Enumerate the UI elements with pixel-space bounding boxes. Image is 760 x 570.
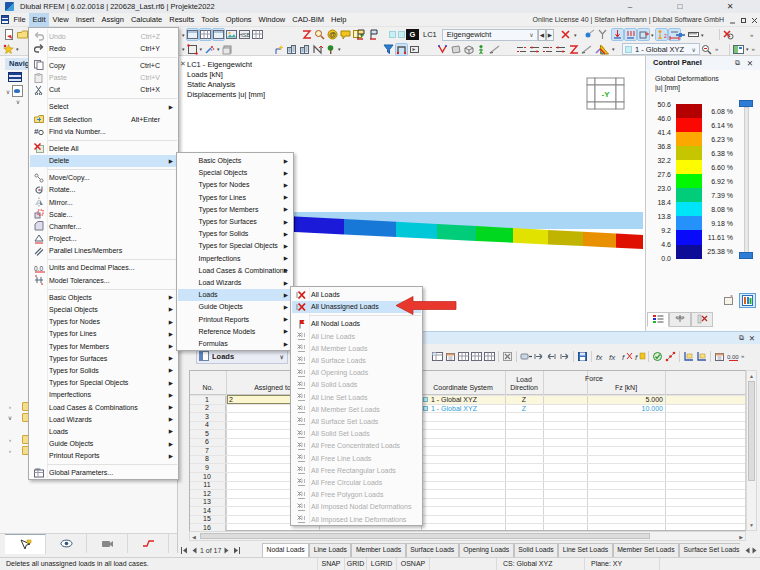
row-number[interactable]: 10 bbox=[190, 473, 224, 480]
navigator-tab-display[interactable] bbox=[46, 534, 87, 553]
menu-item-all-free-line-loads[interactable]: All Free Line Loads bbox=[292, 452, 421, 464]
smooth-icon[interactable] bbox=[581, 44, 592, 55]
table-tab-surface-set-loads[interactable]: Surface Set Loads bbox=[679, 543, 740, 557]
mdi-close-icon[interactable] bbox=[751, 17, 758, 24]
table-delete-icon[interactable] bbox=[502, 351, 513, 362]
menu-item-guide-objects[interactable]: Guide Objects▶ bbox=[178, 301, 293, 313]
menu-item-loads[interactable]: Loads▶ bbox=[178, 289, 293, 301]
new-model-icon[interactable] bbox=[4, 29, 15, 40]
menubar-item-assign[interactable]: Assign bbox=[98, 13, 128, 27]
row-number[interactable]: 16 bbox=[190, 524, 224, 531]
favorites-icon[interactable] bbox=[3, 44, 14, 55]
menu-item-delete-all[interactable]: Delete All bbox=[30, 142, 177, 154]
menubar-item-edit[interactable]: Edit bbox=[29, 13, 49, 27]
table-tool-icon-0[interactable] bbox=[432, 351, 443, 362]
row-number[interactable]: 9 bbox=[190, 464, 224, 471]
scrollbar-thumb[interactable] bbox=[200, 533, 650, 539]
menubar-item-options[interactable]: Options bbox=[222, 13, 255, 27]
menu-item-basic-objects[interactable]: Basic Objects▶ bbox=[30, 291, 177, 303]
toolbar-overflow-icon[interactable]: » bbox=[750, 32, 752, 38]
dropdown-arrow-icon[interactable]: ▾ bbox=[651, 32, 654, 38]
menu-item-all-loads[interactable]: All Loads bbox=[292, 289, 421, 301]
table-vertical-scrollbar[interactable]: ▲ ▼ bbox=[746, 370, 757, 531]
toolbar-overflow-icon[interactable]: » bbox=[715, 46, 717, 52]
navigator-tab-data[interactable] bbox=[5, 534, 46, 554]
menu-item-types-for-members[interactable]: Types for Members▶ bbox=[30, 340, 177, 352]
control-panel-close-icon[interactable]: ✕ bbox=[747, 59, 753, 68]
menu-item-load-cases-combinations[interactable]: Load Cases & Combinations▶ bbox=[178, 264, 293, 276]
menu-item-formulas[interactable]: Formulas▶ bbox=[178, 338, 293, 350]
menu-item-types-for-lines[interactable]: Types for Lines▶ bbox=[30, 328, 177, 340]
scroll-right-icon[interactable]: ▶ bbox=[739, 534, 743, 540]
menu-item-move-copy[interactable]: Move/Copy... bbox=[30, 172, 177, 184]
menu-item-printout-reports[interactable]: Printout Reports▶ bbox=[30, 450, 177, 462]
menu-item-load-wizards[interactable]: Load Wizards▶ bbox=[30, 413, 177, 425]
column-header-coordinate-system[interactable]: Coordinate System bbox=[421, 384, 505, 392]
interpolate-icon[interactable] bbox=[665, 351, 676, 362]
menu-item-all-line-set-loads[interactable]: All Line Set Loads bbox=[292, 391, 421, 403]
edit-load-case-icon[interactable] bbox=[369, 29, 380, 40]
row-number[interactable]: 5 bbox=[190, 430, 224, 437]
table-prev-icon[interactable] bbox=[546, 351, 557, 362]
scroll-left-icon[interactable]: ◀ bbox=[192, 534, 196, 540]
last-page-icon[interactable] bbox=[233, 547, 241, 554]
new-load-case-icon[interactable] bbox=[356, 29, 367, 40]
menu-item-guide-objects[interactable]: Guide Objects▶ bbox=[30, 438, 177, 450]
menu-item-imperfections[interactable]: Imperfections▶ bbox=[178, 252, 293, 264]
tree-expander-icon[interactable]: › bbox=[6, 448, 14, 454]
row-number[interactable]: 6 bbox=[190, 438, 224, 445]
table-horizontal-scrollbar[interactable]: ◀ ▶ bbox=[189, 531, 746, 541]
table-export-icon[interactable] bbox=[520, 351, 531, 362]
menubar-item-tools[interactable]: Tools bbox=[198, 13, 223, 27]
status-toggle-grid[interactable]: GRID bbox=[345, 558, 367, 570]
dropdown-arrow-icon[interactable]: ▾ bbox=[574, 32, 577, 38]
dropdown-arrow-icon[interactable]: ▾ bbox=[182, 46, 185, 52]
maximize-button[interactable]: □ bbox=[655, 0, 705, 13]
mail-icon[interactable]: @ bbox=[327, 29, 338, 40]
scrollbar-thumb[interactable] bbox=[748, 381, 755, 481]
zoom-icon[interactable] bbox=[314, 29, 325, 40]
menu-item-all-nodal-loads[interactable]: All Nodal Loads bbox=[292, 318, 421, 330]
result-diagram2-icon[interactable] bbox=[529, 44, 540, 55]
table-tab-line-set-loads[interactable]: Line Set Loads bbox=[558, 543, 612, 557]
section-icon[interactable] bbox=[301, 29, 312, 40]
menu-item-types-for-solids[interactable]: Types for Solids▶ bbox=[30, 364, 177, 376]
status-toggle-snap[interactable]: SNAP bbox=[318, 558, 345, 570]
show-load-values-icon[interactable] bbox=[625, 29, 636, 40]
menu-item-special-objects[interactable]: Special Objects▶ bbox=[30, 303, 177, 315]
selection-box-icon[interactable] bbox=[187, 44, 198, 55]
panel-settings-button[interactable] bbox=[722, 294, 737, 307]
tree-expander-icon[interactable]: › bbox=[6, 437, 14, 443]
dropdown-arrow-icon[interactable]: ▾ bbox=[746, 46, 749, 52]
table-save-icon[interactable] bbox=[577, 351, 588, 362]
show-deformation-icon[interactable]: 2 bbox=[656, 29, 667, 40]
table-tab-member-set-loads[interactable]: Member Set Loads bbox=[613, 543, 679, 557]
navigator-tree-item[interactable]: ∨ bbox=[4, 85, 23, 97]
table-tab-line-loads[interactable]: Line Loads bbox=[309, 543, 351, 557]
prev-load-case-button[interactable]: ◀ bbox=[538, 29, 546, 41]
solid-icon[interactable] bbox=[222, 44, 233, 55]
panel-toggle-icon[interactable] bbox=[733, 44, 744, 55]
render-view-icon[interactable] bbox=[226, 29, 237, 40]
table-tool-icon-3[interactable] bbox=[471, 351, 482, 362]
column-header-load-direction[interactable]: LoadDirection bbox=[505, 376, 543, 392]
formula-del-icon[interactable]: f bbox=[621, 351, 632, 362]
menu-item-all-member-set-loads[interactable]: All Member Set Loads bbox=[292, 403, 421, 415]
mdi-restore-icon[interactable] bbox=[740, 17, 747, 24]
menu-item-delete[interactable]: Delete▶ bbox=[30, 155, 177, 167]
dropdown-arrow-icon[interactable]: ▾ bbox=[200, 46, 203, 52]
cell-load-direction[interactable]: Z bbox=[505, 396, 543, 405]
z-section-icon[interactable] bbox=[568, 44, 579, 55]
new-load-icon[interactable] bbox=[273, 44, 284, 55]
menubar-item-window[interactable]: Window bbox=[255, 13, 289, 27]
menu-item-project[interactable]: Project... bbox=[30, 233, 177, 245]
dropdown-arrow-icon[interactable]: ▾ bbox=[182, 32, 185, 38]
menu-item-types-for-members[interactable]: Types for Members▶ bbox=[178, 203, 293, 215]
row-number[interactable]: 11 bbox=[190, 481, 224, 488]
table-import-icon[interactable] bbox=[533, 351, 544, 362]
menu-item-rotate[interactable]: Rotate... bbox=[30, 184, 177, 196]
scale-slider-track[interactable] bbox=[744, 107, 749, 258]
split-view-icon[interactable] bbox=[213, 29, 224, 40]
menubar-item-calculate[interactable]: Calculate bbox=[127, 13, 165, 27]
table-tool-icon-2[interactable] bbox=[458, 351, 469, 362]
